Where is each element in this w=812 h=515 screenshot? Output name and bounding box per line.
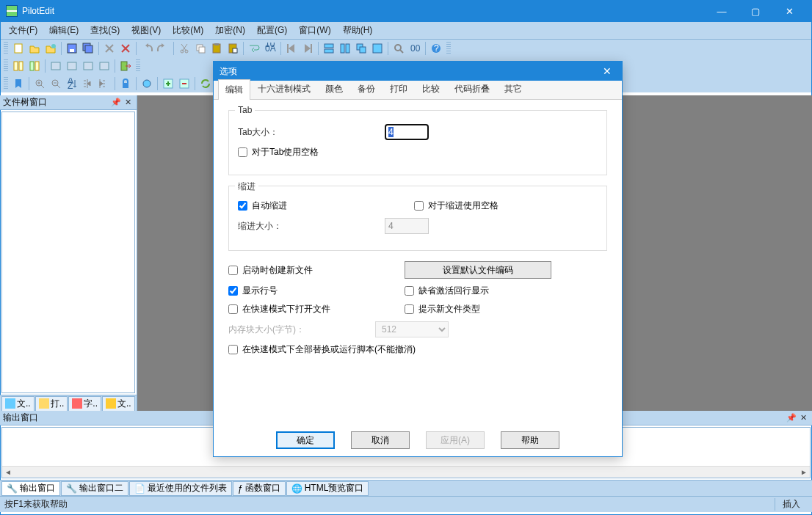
fast-mode-open-checkbox[interactable]: 在快速模式下打开文件 <box>228 303 375 315</box>
tab-print[interactable]: 打印 <box>383 78 415 99</box>
sort-icon[interactable]: AZ <box>64 76 80 92</box>
svg-rect-23 <box>360 47 366 53</box>
tab-edit[interactable]: 编辑 <box>218 79 250 100</box>
dialog-title: 选项 <box>220 65 598 78</box>
btab-html[interactable]: 🌐HTML预览窗口 <box>286 481 369 496</box>
hex-icon[interactable]: 0A10 <box>262 40 278 56</box>
goto-icon[interactable]: 00 <box>407 40 423 56</box>
merge-both-icon[interactable] <box>80 58 96 74</box>
dialog-buttons: 确定 取消 应用(A) 帮助 <box>214 424 622 456</box>
indent-icon[interactable] <box>80 76 96 92</box>
minimize-button[interactable]: ― <box>705 0 739 22</box>
show-line-numbers-checkbox[interactable]: 显示行号 <box>228 285 375 297</box>
bottom-tabs: 🔧输出窗口 🔧输出窗口二 📄最近使用的文件列表 ƒ函数窗口 🌐HTML预览窗口 <box>0 480 812 496</box>
menu-encrypt[interactable]: 加密(N) <box>211 22 250 39</box>
add-item-icon[interactable] <box>160 76 176 92</box>
wrap-toggle-icon[interactable] <box>246 40 262 56</box>
indent-size-label: 缩进大小： <box>238 220 385 233</box>
paste-icon[interactable] <box>209 40 225 56</box>
diff-folders-icon[interactable] <box>26 58 43 74</box>
close-panel-icon[interactable]: ✕ <box>122 97 134 109</box>
tile-v-icon[interactable] <box>337 40 353 56</box>
last-icon[interactable] <box>300 40 316 56</box>
file-tree-body[interactable] <box>1 112 135 393</box>
fast-replace-checkbox[interactable]: 在快速模式下全部替换或运行脚本(不能撤消) <box>228 343 416 356</box>
help-icon[interactable]: ? <box>428 40 444 56</box>
cascade-icon[interactable] <box>353 40 369 56</box>
auto-indent-checkbox[interactable]: 自动缩进 <box>238 200 385 212</box>
create-new-on-start-checkbox[interactable]: 启动时创建新文件 <box>228 264 375 277</box>
undo-icon[interactable] <box>139 40 155 56</box>
cut-icon[interactable] <box>176 40 192 56</box>
default-wrap-checkbox[interactable]: 缺省激活回行显示 <box>405 285 489 297</box>
save-icon[interactable] <box>64 40 80 56</box>
close-all-icon[interactable] <box>117 40 134 56</box>
menu-compare[interactable]: 比较(M) <box>168 22 208 39</box>
refresh-icon[interactable] <box>197 76 214 92</box>
left-tab-2[interactable]: 字.. <box>68 396 101 411</box>
tab-color[interactable]: 颜色 <box>318 78 350 99</box>
save-all-icon[interactable] <box>80 40 96 56</box>
bookmark-icon[interactable] <box>10 76 26 92</box>
find-icon[interactable] <box>391 40 407 56</box>
detect-filetype-checkbox[interactable]: 提示新文件类型 <box>405 303 480 315</box>
menu-file[interactable]: 文件(F) <box>4 22 42 39</box>
tab-size-input[interactable] <box>385 124 429 140</box>
tile-h-icon[interactable] <box>321 40 337 56</box>
paste-special-icon[interactable] <box>225 40 241 56</box>
left-tab-0[interactable]: 文.. <box>1 396 35 411</box>
left-tab-3[interactable]: 文.. <box>102 396 135 411</box>
tab-use-spaces-checkbox[interactable]: 对于Tab使用空格 <box>238 146 319 158</box>
merge-left-icon[interactable] <box>48 58 64 74</box>
tab-backup[interactable]: 备份 <box>350 78 383 99</box>
open-folder-icon[interactable] <box>26 40 43 56</box>
btab-recent[interactable]: 📄最近使用的文件列表 <box>129 481 232 496</box>
menu-window[interactable]: 窗口(W) <box>294 22 335 39</box>
menu-view[interactable]: 视图(V) <box>127 22 165 39</box>
ok-button[interactable]: 确定 <box>276 431 335 449</box>
first-icon[interactable] <box>283 40 300 56</box>
scroll-left-icon[interactable]: ◄ <box>2 467 14 478</box>
zoom-out-icon[interactable] <box>48 76 64 92</box>
open-ftp-icon[interactable] <box>43 40 59 56</box>
scroll-right-icon[interactable]: ► <box>798 467 810 478</box>
menu-find[interactable]: 查找(S) <box>86 22 124 39</box>
remove-item-icon[interactable] <box>176 76 192 92</box>
cancel-button[interactable]: 取消 <box>351 431 410 449</box>
tab-hex[interactable]: 十六进制模式 <box>250 78 318 99</box>
svg-rect-34 <box>68 62 76 70</box>
merge-right-icon[interactable] <box>64 58 80 74</box>
indent-use-spaces-checkbox[interactable]: 对于缩进使用空格 <box>414 200 499 212</box>
merge-all-icon[interactable] <box>96 58 112 74</box>
copy-icon[interactable] <box>192 40 209 56</box>
tab-fold[interactable]: 代码折叠 <box>447 78 497 99</box>
output-scrollbar[interactable]: ◄ ► <box>2 466 810 478</box>
redo-icon[interactable] <box>155 40 171 56</box>
output-pin-icon[interactable]: 📌 <box>786 412 797 424</box>
btab-output2[interactable]: 🔧输出窗口二 <box>61 481 128 496</box>
outdent-icon[interactable] <box>96 76 112 92</box>
output-close-icon[interactable]: ✕ <box>797 412 809 424</box>
maximize-button[interactable]: ▢ <box>739 0 772 22</box>
new-file-icon[interactable] <box>10 40 26 56</box>
btab-functions[interactable]: ƒ函数窗口 <box>233 481 286 496</box>
close-button[interactable]: ✕ <box>772 0 806 22</box>
tab-other[interactable]: 其它 <box>497 78 529 99</box>
close-doc-icon[interactable] <box>101 40 117 56</box>
menu-help[interactable]: 帮助(H) <box>338 22 377 39</box>
dialog-close-icon[interactable]: ✕ <box>598 62 616 80</box>
encrypt-icon[interactable] <box>117 76 134 92</box>
record-macro-icon[interactable] <box>139 76 155 92</box>
pin-icon[interactable]: 📌 <box>110 97 122 109</box>
btab-output[interactable]: 🔧输出窗口 <box>1 481 60 496</box>
help-button[interactable]: 帮助 <box>501 431 559 449</box>
menu-config[interactable]: 配置(G) <box>253 22 291 39</box>
menu-edit[interactable]: 编辑(E) <box>45 22 83 39</box>
diff-files-icon[interactable] <box>10 58 26 74</box>
left-tab-1[interactable]: 打.. <box>35 396 68 411</box>
default-encoding-button[interactable]: 设置默认文件编码 <box>405 261 551 279</box>
zoom-in-icon[interactable] <box>32 76 48 92</box>
exit-diff-icon[interactable] <box>117 58 134 74</box>
window-list-icon[interactable] <box>369 40 385 56</box>
tab-compare[interactable]: 比较 <box>415 78 447 99</box>
